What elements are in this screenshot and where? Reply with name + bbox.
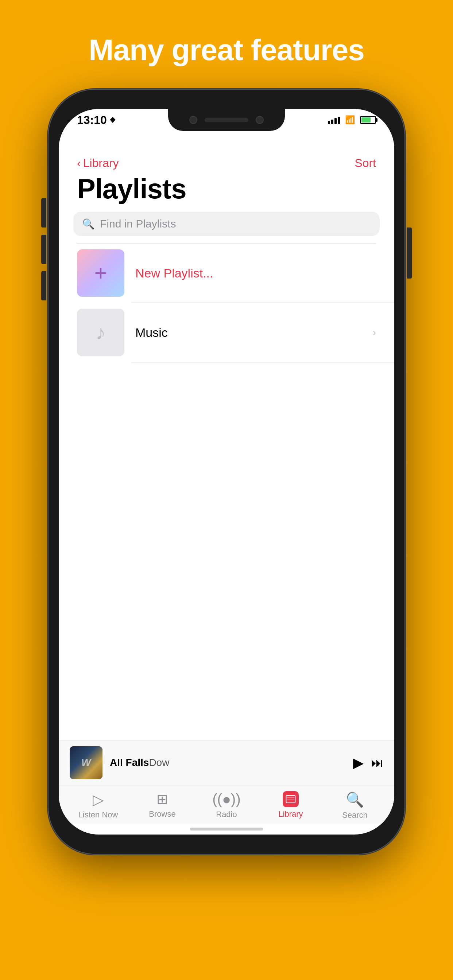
album-art: W <box>70 746 102 779</box>
new-playlist-thumbnail: + <box>77 250 124 297</box>
status-time: 13:10 <box>77 113 116 127</box>
library-icon <box>283 791 299 807</box>
signal-bar-2 <box>331 119 333 124</box>
search-placeholder: Find in Playlists <box>100 218 176 230</box>
svg-marker-0 <box>110 117 115 123</box>
battery-icon <box>360 116 376 124</box>
now-playing-info: All Falls Dow <box>110 757 346 768</box>
library-svg <box>285 794 296 805</box>
album-logo: W <box>81 757 91 768</box>
signal-bars <box>328 116 340 124</box>
tab-library-label: Library <box>278 810 303 819</box>
music-playlist-thumbnail: ♪ <box>77 309 124 356</box>
play-button[interactable]: ▶ <box>353 755 364 771</box>
page-title: Playlists <box>59 170 394 212</box>
tab-listen-now-label: Listen Now <box>78 810 118 819</box>
tab-listen-now[interactable]: ▷ Listen Now <box>74 791 122 819</box>
status-icons: 📶 <box>328 115 376 125</box>
signal-bar-3 <box>335 118 337 124</box>
tab-radio[interactable]: ((●)) Radio <box>203 791 250 819</box>
wifi-icon: 📶 <box>345 115 355 125</box>
signal-bar-4 <box>338 117 340 124</box>
empty-content-area <box>59 363 394 740</box>
now-playing-thumbnail: W <box>70 746 102 779</box>
back-button[interactable]: ‹ Library <box>77 156 118 170</box>
now-playing-title-light: Dow <box>149 757 169 768</box>
location-icon <box>109 116 116 124</box>
tab-search-label: Search <box>342 810 368 820</box>
page-headline: Many great features <box>89 33 364 67</box>
now-playing-controls: ▶ ⏭ <box>353 755 383 771</box>
radio-icon: ((●)) <box>212 791 240 808</box>
signal-bar-1 <box>328 121 330 124</box>
tab-bar: ▷ Listen Now ⊞ Browse ((●)) Radio <box>59 785 394 824</box>
now-playing-title-bold: All Falls <box>110 757 149 768</box>
music-playlist-label: Music <box>135 326 362 340</box>
listen-now-icon: ▷ <box>93 791 104 808</box>
phone-screen: 13:10 📶 <box>59 109 394 835</box>
home-indicator-bar <box>190 827 263 830</box>
search-icon: 🔍 <box>82 218 95 230</box>
plus-icon: + <box>94 262 107 284</box>
phone-shell: 13:10 📶 <box>48 89 405 854</box>
back-chevron-icon: ‹ <box>77 156 81 170</box>
chevron-right-icon: › <box>373 327 376 338</box>
notch-area: 13:10 📶 <box>59 109 394 153</box>
tab-browse-label: Browse <box>149 810 175 819</box>
skip-button[interactable]: ⏭ <box>371 756 383 770</box>
now-playing-title: All Falls Dow <box>110 757 346 768</box>
battery-fill <box>362 118 370 123</box>
nav-header: ‹ Library Sort <box>59 153 394 170</box>
music-playlist-item[interactable]: ♪ Music › <box>59 303 394 362</box>
music-note-icon: ♪ <box>96 321 106 344</box>
tab-library[interactable]: Library <box>267 791 314 819</box>
new-playlist-label: New Playlist... <box>135 266 376 280</box>
now-playing-bar: W All Falls Dow ▶ ⏭ <box>59 740 394 785</box>
status-bar: 13:10 📶 <box>59 109 394 131</box>
new-playlist-item[interactable]: + New Playlist... <box>59 243 394 302</box>
playlist-list: + New Playlist... ♪ Music › <box>59 243 394 740</box>
search-tab-icon: 🔍 <box>346 791 364 808</box>
tab-browse[interactable]: ⊞ Browse <box>139 791 186 819</box>
search-bar[interactable]: 🔍 Find in Playlists <box>73 212 380 236</box>
tab-search[interactable]: 🔍 Search <box>331 791 379 820</box>
home-indicator <box>59 824 394 835</box>
browse-icon: ⊞ <box>156 791 168 807</box>
tab-radio-label: Radio <box>216 810 237 819</box>
sort-button[interactable]: Sort <box>354 156 376 170</box>
back-label: Library <box>83 156 119 170</box>
